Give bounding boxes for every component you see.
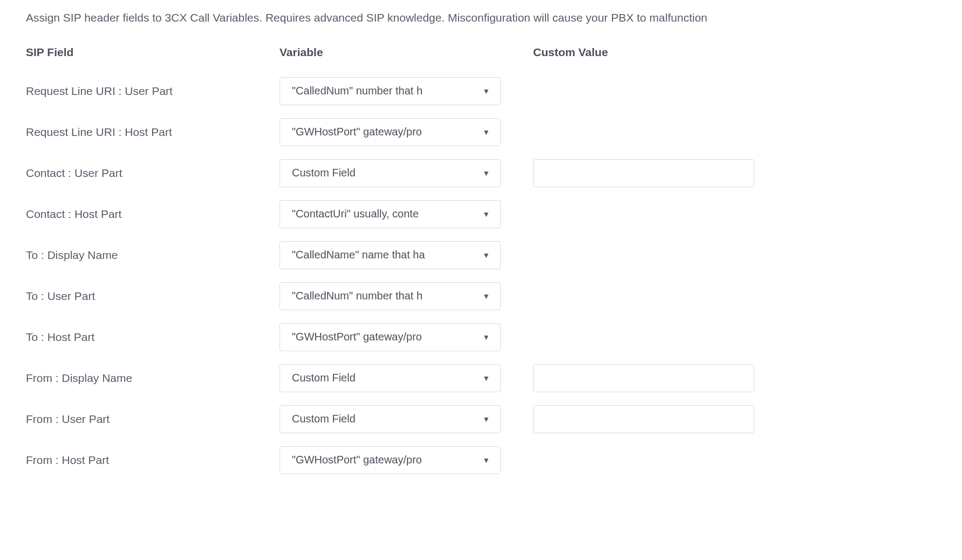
sip-field-label: From : Host Part [26, 452, 279, 468]
custom-value-empty [533, 91, 760, 91]
select-value: "CalledName" name that ha [292, 247, 425, 263]
header-custom-value: Custom Value [533, 44, 760, 60]
custom-value-empty [533, 214, 760, 214]
custom-value-input-from-display-name[interactable] [533, 364, 754, 392]
variable-select-contact-user-part[interactable]: Custom Field ▼ [279, 159, 501, 187]
variable-select-request-line-uri-host-part[interactable]: "GWHostPort" gateway/pro ▼ [279, 118, 501, 146]
sip-field-label: Request Line URI : Host Part [26, 124, 279, 140]
sip-mapping-grid: SIP Field Variable Custom Value Request … [26, 44, 936, 474]
sip-field-label: From : Display Name [26, 370, 279, 386]
header-variable: Variable [279, 44, 533, 60]
intro-text: Assign SIP header fields to 3CX Call Var… [26, 10, 936, 26]
select-value: "GWHostPort" gateway/pro [292, 329, 422, 345]
custom-value-input-from-user-part[interactable] [533, 405, 754, 433]
variable-select-to-user-part[interactable]: "CalledNum" number that h ▼ [279, 282, 501, 310]
select-value: "GWHostPort" gateway/pro [292, 124, 422, 140]
select-value: Custom Field [292, 165, 356, 181]
sip-field-label: To : Display Name [26, 247, 279, 263]
custom-value-empty [533, 255, 760, 255]
sip-field-label: From : User Part [26, 411, 279, 427]
select-value: Custom Field [292, 370, 356, 386]
custom-value-empty [533, 132, 760, 132]
variable-select-request-line-uri-user-part[interactable]: "CalledNum" number that h ▼ [279, 77, 501, 105]
select-value: "CalledNum" number that h [292, 83, 422, 99]
variable-select-from-user-part[interactable]: Custom Field ▼ [279, 405, 501, 433]
custom-value-empty [533, 460, 760, 460]
select-value: "CalledNum" number that h [292, 288, 422, 304]
custom-value-empty [533, 296, 760, 296]
sip-field-label: Contact : User Part [26, 165, 279, 181]
select-value: "GWHostPort" gateway/pro [292, 452, 422, 468]
select-value: Custom Field [292, 411, 356, 427]
sip-field-label: To : Host Part [26, 329, 279, 345]
custom-value-empty [533, 337, 760, 337]
custom-value-input-contact-user-part[interactable] [533, 159, 754, 187]
variable-select-contact-host-part[interactable]: "ContactUri" usually, conte ▼ [279, 200, 501, 228]
sip-field-label: Contact : Host Part [26, 206, 279, 222]
variable-select-to-host-part[interactable]: "GWHostPort" gateway/pro ▼ [279, 323, 501, 351]
variable-select-to-display-name[interactable]: "CalledName" name that ha ▼ [279, 241, 501, 269]
variable-select-from-display-name[interactable]: Custom Field ▼ [279, 364, 501, 392]
variable-select-from-host-part[interactable]: "GWHostPort" gateway/pro ▼ [279, 446, 501, 474]
select-value: "ContactUri" usually, conte [292, 206, 419, 222]
sip-field-label: Request Line URI : User Part [26, 83, 279, 99]
header-sip-field: SIP Field [26, 44, 279, 60]
sip-field-label: To : User Part [26, 288, 279, 304]
